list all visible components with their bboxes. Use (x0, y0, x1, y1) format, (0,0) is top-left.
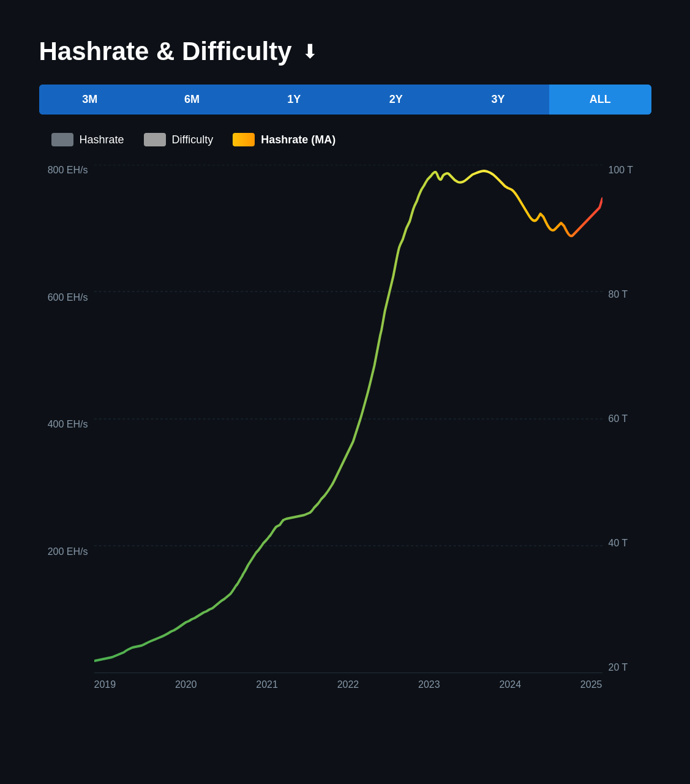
y-left-600: 600 EH/s (39, 292, 94, 303)
y-right-20: 20 T (602, 662, 651, 673)
filter-3y[interactable]: 3Y (447, 85, 549, 115)
filter-6m[interactable]: 6M (141, 85, 243, 115)
y-axis-left: 800 EH/s 600 EH/s 400 EH/s 200 EH/s (39, 165, 94, 673)
y-right-60: 60 T (602, 413, 651, 424)
filter-3m[interactable]: 3M (39, 85, 141, 115)
chart-svg (94, 165, 602, 673)
x-label-2025: 2025 (580, 679, 602, 690)
difficulty-swatch (144, 133, 166, 146)
x-label-2020: 2020 (175, 679, 197, 690)
x-label-2023: 2023 (418, 679, 440, 690)
y-left-400: 400 EH/s (39, 419, 94, 430)
hashrate-ma-label: Hashrate (MA) (261, 134, 336, 146)
hashrate-swatch (51, 133, 73, 146)
x-label-2024: 2024 (499, 679, 521, 690)
y-right-100: 100 T (602, 165, 651, 176)
download-icon[interactable]: ⬇ (302, 40, 318, 63)
y-left-800: 800 EH/s (39, 165, 94, 176)
x-label-2019: 2019 (94, 679, 116, 690)
title-row: Hashrate & Difficulty ⬇ (39, 37, 651, 66)
x-axis: 2019 2020 2021 2022 2023 2024 2025 (94, 673, 602, 704)
filter-2y[interactable]: 2Y (345, 85, 448, 115)
difficulty-label: Difficulty (172, 134, 214, 146)
legend-difficulty: Difficulty (144, 133, 214, 146)
chart-inner (94, 165, 602, 673)
legend: Hashrate Difficulty Hashrate (MA) (39, 133, 651, 146)
y-right-80: 80 T (602, 289, 651, 300)
hashrate-ma-swatch (233, 133, 255, 146)
chart-title: Hashrate & Difficulty (39, 37, 292, 66)
chart-card: Hashrate & Difficulty ⬇ 3M 6M 1Y 2Y 3Y A… (21, 12, 670, 728)
y-axis-right: 100 T 80 T 60 T 40 T 20 T (602, 165, 651, 673)
legend-hashrate-ma: Hashrate (MA) (233, 133, 336, 146)
chart-area: 800 EH/s 600 EH/s 400 EH/s 200 EH/s 100 … (39, 165, 651, 704)
filter-1y[interactable]: 1Y (243, 85, 345, 115)
x-label-2022: 2022 (337, 679, 359, 690)
filter-all[interactable]: ALL (549, 85, 651, 115)
x-label-2021: 2021 (256, 679, 278, 690)
y-left-200: 200 EH/s (39, 546, 94, 557)
legend-hashrate: Hashrate (51, 133, 124, 146)
y-right-40: 40 T (602, 538, 651, 549)
time-filter-bar: 3M 6M 1Y 2Y 3Y ALL (39, 85, 651, 115)
hashrate-label: Hashrate (80, 134, 124, 146)
